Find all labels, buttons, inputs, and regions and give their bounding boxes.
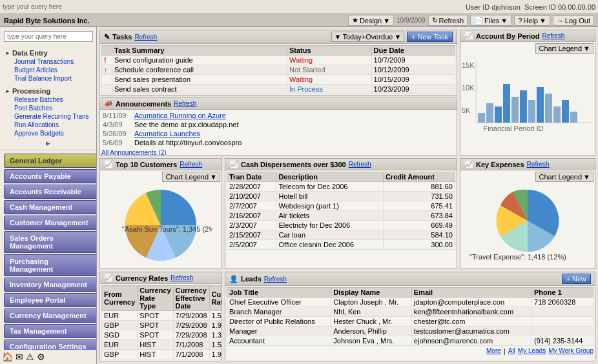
lead-name: Nhl, Ken	[331, 307, 412, 317]
sidebar-nav-inventory-management[interactable]: Inventory Management	[4, 278, 96, 292]
help-button[interactable]: ? Help ▼	[514, 15, 550, 26]
cash-row: 2/10/2007 Hotell bill 731.50	[227, 192, 455, 201]
lead-email: testcustomer@acumatica.com	[411, 327, 531, 336]
design-icon: ★	[352, 16, 358, 25]
leads-refresh-btn[interactable]: Refresh	[264, 276, 287, 283]
search-input[interactable]	[4, 31, 93, 42]
sidebar-nav-cash-management[interactable]: Cash Management	[4, 200, 96, 214]
announcements-body: 8/11/09Acumatica Running on Azure4/3/09S…	[100, 110, 457, 155]
cash-icon: 📈	[229, 160, 238, 168]
sidebar-item-budget-articles[interactable]: Budget Articles	[4, 66, 92, 74]
curr-col-from: From Currency	[102, 286, 138, 311]
expenses-refresh-btn[interactable]: Refresh	[527, 161, 550, 168]
currency-panel: 📈 Currency Rates Refresh From Currency C…	[99, 272, 222, 361]
sidebar-nav-general-ledger[interactable]: General Ledger	[4, 154, 96, 168]
sidebar-item-journal-transactions[interactable]: Journal Transactions	[4, 57, 92, 66]
curr-rate: 1.994000	[209, 350, 222, 359]
sidebar-nav-configuration-settings[interactable]: Configuration Settings	[4, 339, 96, 350]
leads-my-leads-link[interactable]: My Leads	[518, 347, 546, 355]
sidebar-item-post-batches[interactable]: Post Batches	[4, 104, 92, 112]
tasks-col-indicator	[102, 46, 112, 56]
leads-all-link[interactable]: All	[508, 347, 515, 355]
curr-from: SGD	[102, 330, 138, 340]
triangle-right-icon-processing: ►	[5, 88, 10, 94]
leads-row: Chief Executive Officer Clapton Joseph ,…	[227, 298, 593, 307]
all-announcements-link[interactable]: All Announcements (2)	[101, 149, 167, 155]
cash-date: 2/16/2007	[227, 211, 276, 221]
currency-refresh-btn[interactable]: Refresh	[170, 274, 193, 281]
cash-desc: Car loan	[276, 230, 383, 240]
sidebar-item-run-allocations[interactable]: Run Allocations	[4, 121, 92, 129]
announce-refresh-button[interactable]: Refresh	[174, 100, 196, 107]
sidebar-nav-tax-management[interactable]: Tax Management	[4, 324, 96, 338]
account-bar-chart: 15K 10K 5K	[462, 55, 591, 132]
refresh-button[interactable]: ↻ Refresh	[428, 15, 468, 26]
customers-legend-btn[interactable]: Chart Legend ▼	[162, 172, 220, 182]
announce-title: Announcements	[116, 100, 171, 108]
cash-table: Tran Date Description Credit Amount 2/28…	[227, 172, 455, 250]
customers-body: Chart Legend ▼	[100, 170, 222, 268]
sidebar-nav-accounts-receivable[interactable]: Accounts Receivable	[4, 185, 96, 199]
cash-date: 2/10/2007	[227, 192, 276, 201]
account-icon: 📈	[464, 32, 473, 40]
design-button[interactable]: ★ Design ▼	[348, 15, 394, 26]
leads-new-button[interactable]: + New	[562, 274, 591, 284]
tasks-table: Task Summary Status Due Date ! Send conf…	[101, 45, 455, 94]
sidebar-nav-purchasing-management[interactable]: Purchasing Management	[4, 254, 96, 276]
sidebar-item-trial-balance-import[interactable]: Trial Balance Import	[4, 74, 92, 83]
sidebar-nav-currency-management[interactable]: Currency Management	[4, 308, 96, 323]
expenses-legend-btn[interactable]: Chart Legend ▼	[535, 172, 593, 182]
sidebar-item-approve-budgets[interactable]: Approve Budgets	[4, 129, 92, 137]
cash-desc: Hotell bill	[276, 192, 383, 201]
announce-icon: 📣	[104, 99, 113, 108]
files-button[interactable]: 📄 Files ▼	[470, 15, 511, 26]
sidebar-section-title-data-entry[interactable]: ► Data Entry	[4, 47, 92, 57]
logout-button[interactable]: → Log Out	[553, 15, 594, 26]
company-name: Rapid Byte Solutions Inc.	[4, 17, 90, 25]
tasks-refresh-button[interactable]: Refresh	[134, 34, 157, 41]
key-expenses-pie-chart: "Travel Expense": 1,418 (12%)	[466, 183, 589, 261]
leads-more-link[interactable]: More	[486, 347, 501, 355]
leads-col-email: Email	[411, 288, 531, 298]
sidebar-item-generate-recurring[interactable]: Generate Recurring Trans	[4, 112, 92, 121]
sidebar-section-title-processing[interactable]: ► Processing	[4, 85, 92, 96]
task-summary: Send sales contract	[112, 85, 287, 94]
cash-row: 2/15/2007 Car loan 584.10	[227, 230, 455, 240]
cash-header: 📈 Cash Dispersements over $300 Refresh	[225, 159, 457, 170]
task-indicator	[102, 75, 112, 85]
curr-col-date: Currency Effective Date	[173, 286, 209, 311]
announce-link[interactable]: Acumatica Running on Azure	[134, 112, 226, 119]
customers-icon: 📈	[104, 160, 113, 168]
svg-rect-12	[537, 87, 544, 123]
sidebar-nav-customer-management[interactable]: Customer Management	[4, 216, 96, 230]
email-icon[interactable]: ✉	[15, 352, 23, 362]
home-icon[interactable]: 🏠	[2, 352, 13, 362]
task-status: Waiting	[287, 75, 371, 85]
curr-type: SPOT	[138, 330, 173, 340]
cash-amount: 584.10	[383, 230, 455, 240]
announce-link[interactable]: Acumatica Launches	[134, 130, 200, 137]
cash-refresh-btn[interactable]: Refresh	[349, 161, 371, 168]
sidebar-nav-accounts-payable[interactable]: Accounts Payable	[4, 169, 96, 183]
customers-refresh-btn[interactable]: Refresh	[180, 161, 202, 168]
leads-my-work-group-link[interactable]: My Work Group	[548, 347, 593, 355]
announcements-header: 📣 Announcements Refresh	[100, 98, 457, 110]
chart-legend-btn[interactable]: Chart Legend ▼	[535, 43, 593, 54]
alert-icon[interactable]: ⚠	[26, 352, 34, 362]
cash-desc: Telecom for Dec 2006	[276, 182, 383, 192]
cash-amount: 669.49	[383, 221, 455, 230]
lead-job: Chief Executive Officer	[227, 298, 331, 307]
settings-icon[interactable]: ⚙	[37, 352, 45, 362]
expenses-title: Key Expenses	[476, 161, 524, 168]
sidebar-item-release-batches[interactable]: Release Batches	[4, 96, 92, 104]
new-task-button[interactable]: + New Task	[407, 32, 453, 42]
sidebar-nav-employee-portal[interactable]: Employee Portal	[4, 293, 96, 307]
curr-type: SPOT	[138, 321, 173, 330]
sidebar-nav-sales-orders-management[interactable]: Sales Orders Management	[4, 231, 96, 253]
key-expenses-panel: 📈 Key Expenses Refresh Chart Legend ▼	[460, 158, 595, 269]
account-period-panel: 📈 Account By Period Refresh Chart Legend…	[460, 30, 595, 156]
today-overdue-dropdown[interactable]: ▼ Today+Overdue ▼	[331, 32, 405, 42]
lead-job: Manager	[227, 327, 331, 336]
curr-date: 7/29/2008	[173, 321, 209, 330]
account-refresh-btn[interactable]: Refresh	[542, 32, 564, 39]
